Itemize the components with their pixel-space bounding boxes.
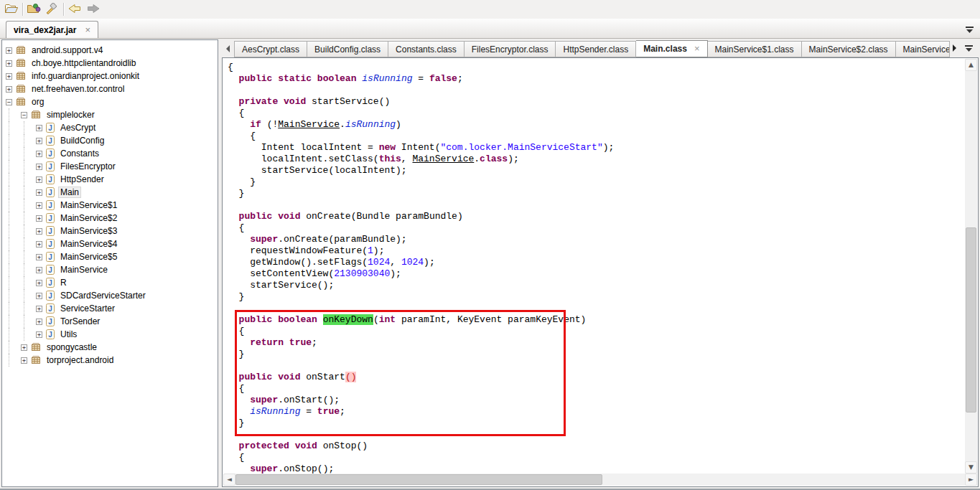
package-icon xyxy=(16,46,26,55)
tree-item[interactable]: +JSDCardServiceStarter xyxy=(2,289,218,302)
tree-item[interactable]: −org xyxy=(2,95,218,108)
tab-aescrypt-class[interactable]: AesCrypt.class xyxy=(234,41,307,57)
tab-list-icon[interactable] xyxy=(965,44,973,54)
expand-icon[interactable]: + xyxy=(36,293,42,299)
code-token: } xyxy=(228,176,256,187)
tree-item[interactable]: +ch.boye.httpclientandroidlib xyxy=(2,57,218,70)
scroll-tabs-right-button[interactable] xyxy=(953,44,956,54)
expand-icon[interactable]: + xyxy=(6,60,12,67)
tab-mainservice-2-class[interactable]: MainService$2.class xyxy=(802,41,896,57)
expand-icon[interactable]: + xyxy=(21,357,27,364)
package-icon xyxy=(31,110,41,119)
expand-icon[interactable]: + xyxy=(36,254,42,260)
scroll-down-button[interactable]: ▼ xyxy=(965,461,977,473)
tab-label: Main.class xyxy=(643,44,687,54)
tree-item[interactable]: +JMainService xyxy=(2,263,218,276)
code-token xyxy=(312,73,317,84)
tree-item[interactable]: +android.support.v4 xyxy=(2,44,218,57)
tree-item[interactable]: +JMainService$4 xyxy=(2,237,218,250)
vertical-scrollbar-thumb[interactable] xyxy=(966,227,976,413)
tab-httpsender-class[interactable]: HttpSender.class xyxy=(556,41,636,57)
tab-label: MainService$3.clas xyxy=(903,44,950,55)
vertical-scrollbar[interactable]: ▲ ▼ xyxy=(965,59,977,473)
back-button[interactable] xyxy=(66,1,83,17)
expand-icon[interactable]: + xyxy=(6,86,12,93)
expand-icon[interactable]: + xyxy=(6,47,12,54)
tree-indent-guide xyxy=(9,250,21,263)
tab-filesencryptor-class[interactable]: FilesEncryptor.class xyxy=(465,41,556,57)
horizontal-scrollbar-thumb[interactable] xyxy=(235,474,602,485)
tree-item[interactable]: +JHttpSender xyxy=(2,173,218,186)
tab-list-icon[interactable] xyxy=(966,25,974,35)
expand-icon[interactable]: + xyxy=(6,73,12,80)
search-button[interactable] xyxy=(42,1,60,17)
open-type-button[interactable] xyxy=(25,1,42,17)
collapse-icon[interactable]: − xyxy=(21,112,27,118)
tree-item[interactable]: −simplelocker xyxy=(2,108,218,121)
package-icon xyxy=(16,98,26,106)
tree-item[interactable]: +JFilesEncryptor xyxy=(2,160,218,173)
expand-icon[interactable]: + xyxy=(36,267,42,273)
jd-gui-window: vira_dex2jar.jar × +android.support.v4+c… xyxy=(0,0,980,490)
scroll-right-button[interactable]: ► xyxy=(965,473,977,486)
expand-icon[interactable]: + xyxy=(36,215,42,222)
tab-main-class[interactable]: Main.class× xyxy=(636,40,707,57)
tab-buildconfig-class[interactable]: BuildConfig.class xyxy=(307,41,388,57)
tree-indent-guide xyxy=(9,186,21,199)
scroll-up-button[interactable]: ▲ xyxy=(965,59,977,71)
horizontal-scrollbar[interactable]: ◄ ► xyxy=(223,473,977,486)
expand-icon[interactable]: + xyxy=(36,164,42,170)
tab-mainservice-3-clas[interactable]: MainService$3.clas xyxy=(896,41,950,57)
tab-mainservice-1-class[interactable]: MainService$1.class xyxy=(708,41,802,57)
code-token xyxy=(228,440,239,451)
tree-item[interactable]: +JMainService$3 xyxy=(2,225,218,237)
tree-item[interactable]: +JMainService$5 xyxy=(2,250,218,263)
tree-item[interactable]: +JTorSender xyxy=(2,315,218,328)
code-token: void xyxy=(278,372,300,382)
tree-item[interactable]: +JMainService$1 xyxy=(2,199,218,212)
tree-indent-guide xyxy=(24,121,36,134)
expand-icon[interactable]: + xyxy=(36,280,42,286)
tree-item-label: MainService$4 xyxy=(58,238,119,250)
expand-icon[interactable]: + xyxy=(36,241,42,248)
code-line: startService(); xyxy=(228,280,965,291)
scroll-left-button[interactable]: ◄ xyxy=(223,473,235,486)
tree-item[interactable]: +torproject.android xyxy=(2,354,218,367)
source-code-view[interactable]: { public static boolean isRunning = fals… xyxy=(222,57,979,487)
tree-item[interactable]: +spongycastle xyxy=(2,341,218,354)
code-token xyxy=(228,372,239,382)
tree-item[interactable]: +JMainService$2 xyxy=(2,212,218,225)
collapse-icon[interactable]: − xyxy=(6,99,12,105)
tree-item[interactable]: +JBuildConfig xyxy=(2,134,218,147)
tree-item[interactable]: +JAesCrypt xyxy=(2,121,218,134)
open-file-button[interactable] xyxy=(3,1,20,17)
expand-icon[interactable]: + xyxy=(36,176,42,183)
expand-icon[interactable]: + xyxy=(36,319,42,325)
expand-icon[interactable]: + xyxy=(36,189,42,196)
code-line: } xyxy=(228,291,965,303)
close-icon[interactable]: × xyxy=(694,45,700,52)
tree-item[interactable]: +net.freehaven.tor.control xyxy=(2,83,218,95)
expand-icon[interactable]: + xyxy=(36,151,42,157)
expand-icon[interactable]: + xyxy=(36,202,42,209)
tree-item[interactable]: +JServiceStarter xyxy=(2,302,218,315)
tree-item[interactable]: +JR xyxy=(2,276,218,289)
expand-icon[interactable]: + xyxy=(36,125,42,131)
expand-icon[interactable]: + xyxy=(36,306,42,312)
tree-item[interactable]: +info.guardianproject.onionkit xyxy=(2,70,218,83)
code-token: private xyxy=(239,96,279,107)
expand-icon[interactable]: + xyxy=(36,138,42,144)
tree-item[interactable]: +JConstants xyxy=(2,147,218,160)
tree-indent-guide xyxy=(9,160,21,173)
tree-item[interactable]: +JUtils xyxy=(2,328,218,341)
tree-item[interactable]: +JMain xyxy=(2,186,218,199)
tab-constants-class[interactable]: Constants.class xyxy=(388,41,465,57)
expand-icon[interactable]: + xyxy=(36,228,42,235)
close-icon[interactable]: × xyxy=(85,27,90,34)
tree-indent-guide xyxy=(24,250,36,263)
scroll-tabs-left-button[interactable] xyxy=(222,39,234,57)
expand-icon[interactable]: + xyxy=(21,344,27,351)
forward-button[interactable] xyxy=(85,1,102,17)
expand-icon[interactable]: + xyxy=(36,331,42,338)
jar-tab[interactable]: vira_dex2jar.jar × xyxy=(6,21,98,38)
